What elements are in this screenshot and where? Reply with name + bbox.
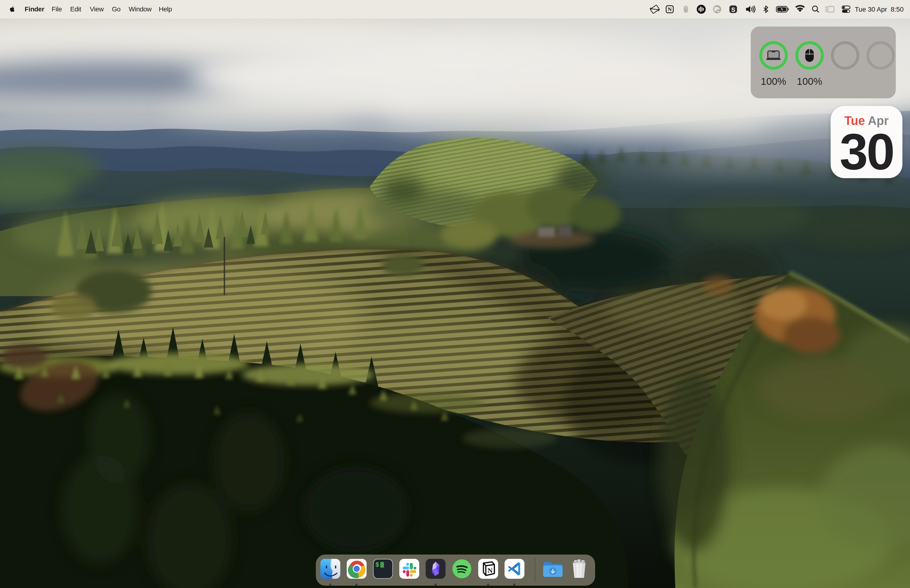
svg-text:S: S xyxy=(731,6,735,13)
svg-text:N: N xyxy=(668,6,672,12)
svg-text:$: $ xyxy=(375,562,379,569)
svg-text:N: N xyxy=(488,567,493,574)
